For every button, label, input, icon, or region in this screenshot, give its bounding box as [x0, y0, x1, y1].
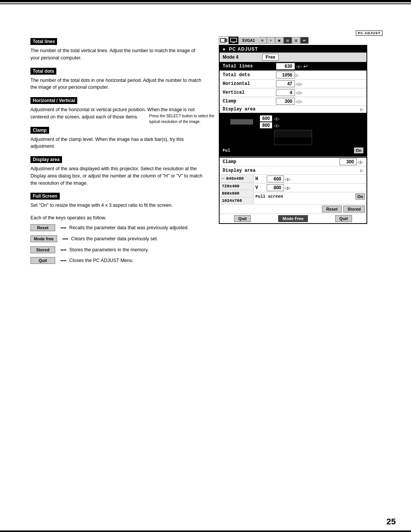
horizontal-right-arrow[interactable]: ▷ — [299, 82, 303, 86]
total-dots-body: The number of the total dots in one hori… — [30, 77, 206, 91]
full-screen-dark-value: On — [354, 147, 363, 153]
resolution-hv-section: ← 640x480 720x400 800x600 1024x768 H 600… — [220, 175, 366, 204]
total-lines-row: Total lines 630 ◁ ▷ ↩ — [220, 62, 366, 71]
right-panel: PC ADJUST SVGA1 ⊞ ≡ ▣ ▤ ▥ — [211, 30, 386, 224]
total-lines-left-arrow[interactable]: ◁ — [296, 64, 299, 69]
v-preview-left-arrow[interactable]: ◁ — [274, 123, 277, 128]
top-border2 — [0, 3, 411, 4]
quit-key[interactable]: Quit — [30, 257, 55, 264]
arrows-icon: ⇄ — [300, 37, 309, 44]
mode-label: Mode 4 — [223, 54, 261, 60]
mode-free-key[interactable]: Mode free — [30, 235, 57, 242]
v-value-preview: 800 ◁ ▷ — [260, 122, 280, 128]
h-value: 600 — [267, 176, 284, 182]
toolbar-row: PC ADJUST — [211, 30, 386, 36]
h-preview-left-arrow[interactable]: ◁ — [274, 117, 277, 121]
pc-adjust-container: PC ADJUST Mode 4 Free Total lines 630 ◁ … — [219, 45, 367, 224]
h-preview-value: 600 — [260, 115, 272, 121]
stored-button[interactable]: Stored — [343, 206, 365, 212]
display-area-title: Display area — [30, 156, 62, 163]
mode-free-desc: •••• Clears the parameter data previousl… — [61, 235, 158, 243]
display-area-row2: Display area ▷ — [220, 166, 366, 175]
clamp-value: 300 — [276, 98, 295, 105]
bottom-border — [0, 530, 411, 532]
clamp2-right-arrow[interactable]: ▷ — [360, 160, 363, 164]
grid-icon: ⊞ — [258, 37, 267, 44]
vertical-right-arrow[interactable]: ▷ — [299, 91, 303, 95]
vertical-row: Vertical 4 ◁ ▷ — [220, 88, 366, 97]
mode-row: Mode 4 Free — [220, 53, 366, 62]
v-row: V 800 ◁ ▷ — [254, 184, 366, 192]
display-area2-right-arrow[interactable]: ▷ — [360, 168, 363, 173]
total-lines-right-arrow[interactable]: ▷ — [299, 64, 302, 69]
h-right-arrow[interactable]: ▷ — [288, 177, 291, 181]
res-640x480[interactable]: ← 640x480 — [220, 175, 253, 183]
horizontal-label: Horizontal — [223, 81, 276, 86]
display-area-label-row: Display area ▷ — [220, 106, 366, 113]
total-dots-right-arrow[interactable]: ▷ — [296, 73, 299, 77]
clamp-label2: Clamp — [223, 159, 339, 165]
dark-box-bottom — [274, 137, 312, 145]
mode-free-button[interactable]: Mode Free — [278, 215, 307, 222]
reset-button[interactable]: Reset — [322, 206, 342, 212]
h-left-arrow[interactable]: ◁ — [285, 177, 288, 181]
v-value: 800 — [267, 184, 284, 191]
section-display-area: Display area Adjustment of the area disp… — [30, 156, 206, 187]
reset-desc: •••• Recalls the parameter data that was… — [59, 224, 189, 232]
key-row-quit: Quit •••• Closes the PC ADJUST Menu. — [30, 257, 206, 264]
page-number: 25 — [387, 517, 396, 527]
clamp2-left-arrow[interactable]: ◁ — [357, 160, 360, 164]
svg-point-2 — [225, 40, 227, 41]
total-dots-title: Total dots — [30, 68, 56, 75]
h-row: H 600 ◁ ▷ — [254, 175, 366, 184]
svga-button[interactable]: SVGA1 — [239, 37, 258, 44]
section-total-dots: Total dots The number of the total dots … — [30, 68, 206, 91]
top-border — [0, 0, 411, 2]
screen-icon3: ▥ — [292, 37, 300, 44]
v-preview-right-arrow[interactable]: ▷ — [277, 123, 280, 128]
res-800x600[interactable]: 800x600 — [220, 190, 253, 197]
vertical-left-arrow[interactable]: ◁ — [296, 91, 299, 95]
clamp-left-arrow[interactable]: ◁ — [296, 99, 299, 104]
pc-adjust-label-top: PC ADJUST — [356, 30, 382, 36]
v-right-arrow[interactable]: ▷ — [288, 186, 291, 190]
key-row-stored: Stored •••• Stores the parameters in the… — [30, 246, 206, 254]
keys-section: Each of the keys operates as follow. Res… — [30, 215, 206, 264]
full-screen-dark-row: Ful On — [223, 147, 363, 154]
dark-preview-area: Press the SELECT button to select the ty… — [220, 113, 366, 157]
v-left-arrow[interactable]: ◁ — [285, 186, 288, 190]
stored-key[interactable]: Stored — [30, 246, 55, 253]
screen-icon1: ▣ — [275, 37, 284, 44]
horizontal-row: Horizontal 47 ◁ ▷ — [220, 80, 366, 88]
preview-content: 600 ◁ ▷ 800 ◁ ▷ — [223, 115, 363, 128]
horizontal-value: 47 — [276, 80, 295, 87]
full-screen-title: Full Screen — [30, 193, 60, 200]
clamp-label: Clamp — [223, 99, 276, 104]
pc-adjust-header: PC ADJUST — [220, 46, 366, 53]
h-preview-right-arrow[interactable]: ▷ — [277, 117, 280, 121]
key-row-reset: Reset •••• Recalls the parameter data th… — [30, 224, 206, 232]
reset-key[interactable]: Reset — [30, 224, 55, 231]
key-row-mode-free: Mode free •••• Clears the parameter data… — [30, 235, 206, 243]
res-720x400[interactable]: 720x400 — [220, 183, 253, 190]
clamp-right-arrow[interactable]: ▷ — [299, 99, 303, 104]
total-lines-value: 630 — [276, 63, 295, 70]
h-value-preview: 600 ◁ ▷ — [260, 115, 280, 121]
horizontal-left-arrow[interactable]: ◁ — [296, 82, 299, 86]
res-1024x768[interactable]: 1024x768 — [220, 197, 253, 204]
display-area-section-wrapper: Display area ▷ Press the SELECT button t… — [220, 106, 366, 157]
display-area-right-arrow[interactable]: ▷ — [360, 107, 363, 112]
stored-desc: •••• Stores the parameters in the memory… — [59, 246, 149, 254]
quit2-button[interactable]: Quit — [335, 215, 352, 222]
btn-row1: Reset Stored — [220, 204, 366, 214]
projector-icon — [219, 37, 229, 44]
quit-button[interactable]: Quit — [234, 215, 251, 222]
v-preview-value: 800 — [260, 122, 272, 128]
clamp-title: Clamp — [30, 127, 49, 134]
dark-box-visual — [274, 130, 312, 145]
clamp-row: Clamp 300 ◁ ▷ — [220, 97, 366, 106]
vertical-value: 4 — [276, 89, 295, 96]
svg-rect-3 — [231, 38, 237, 42]
return-arrow: ↩ — [303, 63, 308, 69]
pc-adjust-box: PC ADJUST Mode 4 Free Total lines 630 ◁ … — [219, 45, 367, 158]
